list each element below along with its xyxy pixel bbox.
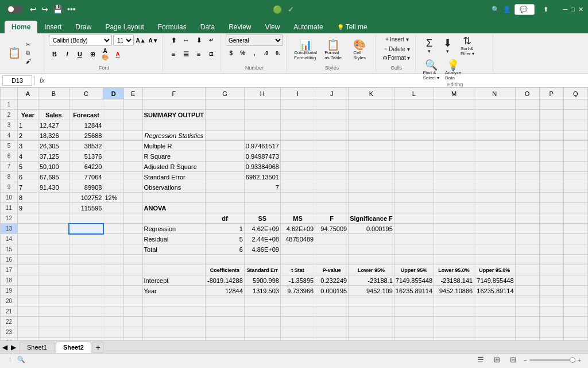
cell-Q2[interactable] bbox=[563, 110, 587, 120]
cell-D15[interactable] bbox=[103, 244, 124, 255]
cell-P6[interactable] bbox=[539, 151, 563, 162]
cell-N14[interactable] bbox=[474, 234, 515, 244]
search-icon[interactable]: 🔍 bbox=[492, 6, 500, 13]
cell-L18[interactable]: 7149.855448 bbox=[394, 275, 434, 286]
cell-I4[interactable] bbox=[280, 131, 315, 141]
cell-F12[interactable] bbox=[142, 213, 206, 224]
cell-Q12[interactable] bbox=[563, 213, 587, 224]
cell-F8[interactable]: Standard Error bbox=[142, 172, 206, 182]
cell-K14[interactable] bbox=[349, 234, 394, 244]
cell-B23[interactable] bbox=[38, 327, 69, 338]
cell-J12[interactable]: F bbox=[315, 213, 349, 224]
cell-E12[interactable] bbox=[124, 213, 143, 224]
cell-I19[interactable]: 9.733966 bbox=[280, 286, 315, 296]
cell-A9[interactable]: 7 bbox=[18, 182, 38, 193]
italic-button[interactable]: I bbox=[61, 48, 73, 60]
cell-A22[interactable] bbox=[18, 317, 38, 327]
cell-L22[interactable] bbox=[394, 317, 434, 327]
cell-Q4[interactable] bbox=[563, 131, 587, 141]
cell-I14[interactable]: 48750489 bbox=[280, 234, 315, 244]
cell-O2[interactable] bbox=[515, 110, 539, 120]
cell-Q11[interactable] bbox=[563, 203, 587, 213]
maximize-icon[interactable]: □ bbox=[571, 6, 575, 13]
more-icon[interactable]: ••• bbox=[67, 5, 76, 14]
tab-home[interactable]: Home bbox=[5, 21, 37, 33]
cell-P3[interactable] bbox=[539, 120, 563, 131]
align-middle-button[interactable]: ↔ bbox=[180, 34, 192, 46]
cell-A2[interactable]: Year bbox=[18, 110, 38, 120]
cell-H16[interactable] bbox=[244, 255, 280, 265]
cell-C7[interactable]: 64220 bbox=[69, 162, 103, 172]
cell-K1[interactable] bbox=[349, 99, 394, 110]
cell-C13[interactable] bbox=[69, 224, 103, 234]
cell-D17[interactable] bbox=[103, 265, 124, 275]
cell-D22[interactable] bbox=[103, 317, 124, 327]
cell-D20[interactable] bbox=[103, 296, 124, 306]
comma-button[interactable]: , bbox=[249, 47, 260, 59]
cell-E1[interactable] bbox=[124, 99, 143, 110]
delete-cells-button[interactable]: － Delete ▾ bbox=[381, 44, 412, 53]
cell-J6[interactable] bbox=[315, 151, 349, 162]
cell-D16[interactable] bbox=[103, 255, 124, 265]
cell-B2[interactable]: Sales bbox=[38, 110, 69, 120]
cell-M24[interactable] bbox=[434, 338, 474, 341]
user-icon[interactable]: 👤 bbox=[503, 6, 511, 13]
cell-L6[interactable] bbox=[394, 151, 434, 162]
cell-Q10[interactable] bbox=[563, 193, 587, 203]
cell-F2[interactable]: SUMMARY OUTPUT bbox=[142, 110, 206, 120]
cell-P16[interactable] bbox=[539, 255, 563, 265]
cell-A4[interactable]: 2 bbox=[18, 131, 38, 141]
cell-G15[interactable]: 6 bbox=[206, 244, 245, 255]
cell-C4[interactable]: 25688 bbox=[69, 131, 103, 141]
cell-B19[interactable] bbox=[38, 286, 69, 296]
cell-D23[interactable] bbox=[103, 327, 124, 338]
cell-F14[interactable]: Residual bbox=[142, 234, 206, 244]
cell-G17[interactable]: Coefficients bbox=[206, 265, 245, 275]
cell-D11[interactable] bbox=[103, 203, 124, 213]
formula-input[interactable] bbox=[49, 77, 586, 84]
scroll-sheets-left[interactable]: ◀ bbox=[2, 343, 7, 351]
cell-B20[interactable] bbox=[38, 296, 69, 306]
tab-formulas[interactable]: Formulas bbox=[151, 21, 194, 33]
cell-N20[interactable] bbox=[474, 296, 515, 306]
cell-J16[interactable] bbox=[315, 255, 349, 265]
cell-N2[interactable] bbox=[474, 110, 515, 120]
cell-L21[interactable] bbox=[394, 306, 434, 317]
cell-J7[interactable] bbox=[315, 162, 349, 172]
cell-H20[interactable] bbox=[244, 296, 280, 306]
cell-P14[interactable] bbox=[539, 234, 563, 244]
cell-D9[interactable] bbox=[103, 182, 124, 193]
sum-button[interactable]: Σ ▾ bbox=[420, 37, 438, 55]
cell-Q1[interactable] bbox=[563, 99, 587, 110]
redo-icon[interactable]: ↪ bbox=[41, 5, 48, 14]
cell-P9[interactable] bbox=[539, 182, 563, 193]
cell-G12[interactable]: df bbox=[206, 213, 245, 224]
cell-Q8[interactable] bbox=[563, 172, 587, 182]
percent-button[interactable]: % bbox=[237, 47, 247, 59]
cell-F10[interactable] bbox=[142, 193, 206, 203]
cell-N18[interactable]: 7149.855448 bbox=[474, 275, 515, 286]
cell-I8[interactable] bbox=[280, 172, 315, 182]
cell-N10[interactable] bbox=[474, 193, 515, 203]
cell-A8[interactable]: 6 bbox=[18, 172, 38, 182]
cell-D7[interactable] bbox=[103, 162, 124, 172]
cell-G14[interactable]: 5 bbox=[206, 234, 245, 244]
align-bottom-button[interactable]: ⬇ bbox=[193, 34, 204, 46]
cell-B4[interactable]: 18,326 bbox=[38, 131, 69, 141]
cell-D2[interactable] bbox=[103, 110, 124, 120]
cell-K20[interactable] bbox=[349, 296, 394, 306]
cell-A6[interactable]: 4 bbox=[18, 151, 38, 162]
cell-F1[interactable] bbox=[142, 99, 206, 110]
cell-G24[interactable] bbox=[206, 338, 245, 341]
cell-C10[interactable]: 102752 bbox=[69, 193, 103, 203]
cell-N17[interactable]: Upper 95.0% bbox=[474, 265, 515, 275]
cell-G21[interactable] bbox=[206, 306, 245, 317]
cell-G19[interactable]: 12844 bbox=[206, 286, 245, 296]
cell-J23[interactable] bbox=[315, 327, 349, 338]
cell-Q19[interactable] bbox=[563, 286, 587, 296]
cell-E16[interactable] bbox=[124, 255, 143, 265]
cell-L17[interactable]: Upper 95% bbox=[394, 265, 434, 275]
cell-B12[interactable] bbox=[38, 213, 69, 224]
cell-L8[interactable] bbox=[394, 172, 434, 182]
cell-H6[interactable]: 0.94987473 bbox=[244, 151, 280, 162]
